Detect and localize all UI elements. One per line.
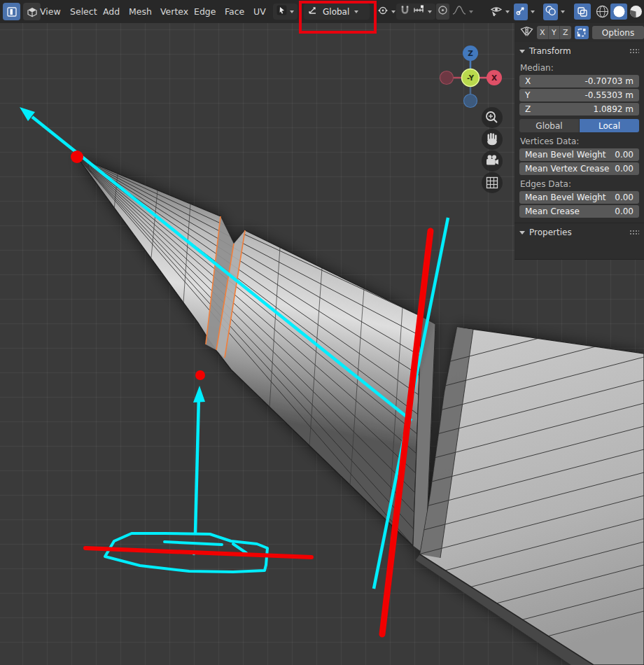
tool-settings-bar: X Y Z Options	[514, 23, 644, 42]
global-toggle-button[interactable]: Global	[519, 119, 579, 132]
mirror-axis-group: X Y Z	[537, 26, 571, 39]
show-gizmo-dropdown[interactable]	[486, 4, 513, 20]
edit-mode-cube-icon[interactable]	[23, 3, 41, 20]
menu-view[interactable]: View	[40, 0, 61, 23]
gizmos-toggle-icon	[514, 4, 528, 20]
active-tool-icon	[276, 5, 287, 18]
edges-data-label: Edges Data:	[520, 179, 638, 189]
menu-select[interactable]: Select	[70, 0, 97, 23]
orientation-axes-icon	[307, 5, 318, 18]
row-value: 0.00	[615, 150, 634, 160]
svg-text:X: X	[491, 74, 497, 82]
svg-text:-Y: -Y	[467, 74, 475, 82]
falloff-curve-icon	[452, 5, 466, 18]
mirror-x-button[interactable]: X	[537, 26, 549, 39]
chevron-down-icon	[469, 10, 473, 13]
gizmo-axis-z[interactable]: Z	[463, 46, 478, 61]
chevron-down-icon	[428, 10, 432, 13]
local-toggle-button[interactable]: Local	[580, 119, 639, 132]
chevron-down-icon	[561, 10, 565, 13]
row-label: Mean Vertex Crease	[525, 164, 609, 174]
annotation-up-arrow	[192, 386, 205, 555]
pivot-point-icon	[377, 5, 388, 19]
transform-panel-title: Transform	[529, 46, 571, 56]
chevron-down-icon	[391, 10, 396, 13]
annotation-red-horizontal-line	[85, 548, 312, 557]
pan-hand-icon[interactable]	[482, 129, 503, 150]
transform-orientation-dropdown[interactable]: Global	[304, 4, 370, 20]
properties-panel-title: Properties	[529, 227, 572, 237]
xray-toggle-icon[interactable]	[574, 4, 591, 20]
mean-crease-field[interactable]: Mean Crease 0.00	[519, 205, 639, 218]
overlays-toggle-icon	[543, 4, 558, 20]
viewport-header: View Select Add Mesh Vertex Edge Face UV…	[0, 0, 644, 23]
menu-add[interactable]: Add	[103, 0, 120, 23]
row-value: 0.00	[615, 192, 634, 202]
vertices-data-label: Vertices Data:	[520, 136, 638, 146]
median-y-value: -0.55303 m	[585, 90, 634, 100]
shading-solid-icon[interactable]	[610, 4, 627, 20]
chevron-down-icon	[290, 10, 294, 13]
orthographic-grid-icon[interactable]	[482, 172, 503, 193]
gizmo-axis-y-neg[interactable]: -Y	[462, 69, 479, 87]
mean-bevel-weight-vertex-field[interactable]: Mean Bevel Weight 0.00	[519, 148, 639, 161]
median-x-axis-label: X	[525, 76, 540, 86]
pivot-point-dropdown[interactable]	[374, 4, 399, 20]
median-z-axis-label: Z	[525, 104, 540, 114]
menu-uv[interactable]: UV	[253, 0, 266, 23]
mean-vertex-crease-field[interactable]: Mean Vertex Crease 0.00	[519, 162, 639, 175]
active-tool-dropdown[interactable]	[273, 4, 298, 20]
proportional-editing-group[interactable]	[433, 4, 477, 20]
snap-group[interactable]	[396, 4, 435, 20]
svg-text:Z: Z	[468, 49, 473, 57]
snap-target-icon	[413, 5, 425, 18]
navigation-gizmo[interactable]: Z X -Y	[440, 46, 503, 108]
properties-panel-header[interactable]: Properties	[514, 223, 644, 240]
row-value: 0.00	[615, 206, 634, 216]
annotation-red-dot-tip	[71, 150, 83, 163]
mirror-y-button[interactable]: Y	[549, 26, 561, 39]
chevron-down-icon	[354, 10, 358, 13]
median-y-field[interactable]: Y -0.55303 m	[519, 89, 639, 102]
annotation-red-dot-small	[195, 370, 205, 380]
median-x-value: -0.70703 m	[585, 76, 634, 86]
options-button[interactable]: Options	[592, 26, 644, 39]
viewport-nav-tools	[482, 107, 503, 193]
menu-face[interactable]: Face	[225, 0, 244, 23]
gizmo-axis-x-neg[interactable]	[440, 71, 454, 85]
gizmo-axis-x[interactable]: X	[486, 70, 502, 85]
panel-drag-handle-icon[interactable]	[629, 48, 639, 54]
chevron-down-icon	[519, 50, 525, 53]
row-label: Mean Bevel Weight	[525, 150, 606, 160]
menu-edge[interactable]: Edge	[194, 0, 216, 23]
median-z-value: 1.0892 m	[594, 104, 634, 114]
menu-vertex[interactable]: Vertex	[160, 0, 188, 23]
sidebar-panel: Transform Median: X -0.70703 m Y -0.5530…	[514, 42, 644, 260]
show-gizmo-eye-icon	[490, 5, 503, 19]
mirror-z-button[interactable]: Z	[560, 26, 571, 39]
overlays-toggle-group[interactable]	[540, 4, 568, 20]
snap-symmetry-icon[interactable]	[575, 26, 589, 39]
median-x-field[interactable]: X -0.70703 m	[519, 75, 639, 88]
row-label: Mean Crease	[525, 206, 580, 216]
mean-bevel-weight-edge-field[interactable]: Mean Bevel Weight 0.00	[519, 191, 639, 204]
mirror-butterfly-icon[interactable]	[520, 26, 533, 39]
chevron-down-icon	[505, 10, 510, 13]
chevron-down-icon	[519, 231, 525, 234]
gizmo-axis-z-neg[interactable]	[464, 94, 477, 108]
median-y-axis-label: Y	[525, 90, 540, 100]
median-z-field[interactable]: Z 1.0892 m	[519, 103, 639, 115]
proportional-editing-icon	[436, 4, 449, 20]
zoom-icon[interactable]	[482, 107, 503, 128]
row-label: Mean Bevel Weight	[525, 192, 606, 202]
panel-drag-handle-icon[interactable]	[629, 230, 639, 235]
orientation-value: Global	[321, 7, 351, 17]
row-value: 0.00	[615, 164, 634, 174]
shading-material-icon[interactable]	[628, 5, 643, 18]
gizmos-toggle-group[interactable]	[510, 4, 538, 20]
editor-type-icon[interactable]	[3, 3, 20, 20]
shading-wireframe-icon[interactable]	[594, 5, 610, 18]
transform-panel-header[interactable]: Transform	[514, 42, 644, 59]
menu-mesh[interactable]: Mesh	[129, 0, 152, 23]
camera-view-icon[interactable]	[482, 150, 503, 172]
